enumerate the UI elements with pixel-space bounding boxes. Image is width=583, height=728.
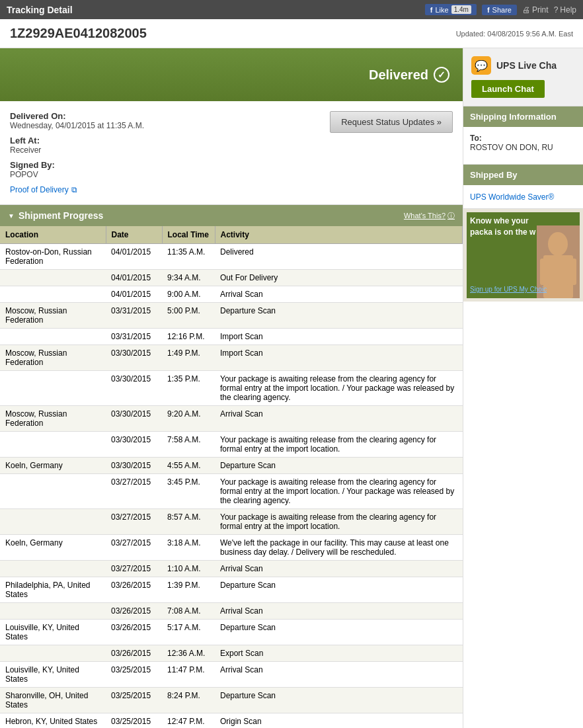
left-at-label: Left At: [10,136,330,145]
cell-date: 03/30/2015 [106,458,162,474]
cell-location: Moscow, Russian Federation [0,303,106,329]
svg-rect-3 [540,259,550,285]
shipped-by-section-header: Shipped By [463,165,583,185]
cell-time: 8:24 P.M. [162,688,215,713]
whats-this-link[interactable]: What's This? ⓘ [404,211,455,221]
chat-section: 💬 UPS Live Cha Launch Chat [463,48,583,106]
col-header-time: Local Time [162,226,215,244]
cell-location [0,432,106,458]
cell-location: Moscow, Russian Federation [0,345,106,371]
header-bar: Tracking Detail f Like 1.4m f Share 🖨 Pr… [0,0,583,19]
table-row: Philadelphia, PA, United States03/26/201… [0,577,463,603]
cell-date: 03/31/2015 [106,329,162,345]
delivered-banner: Delivered ✓ [0,48,463,101]
help-link[interactable]: ? Help [554,5,576,15]
request-status-button[interactable]: Request Status Updates » [330,111,453,133]
cell-time: 8:57 A.M. [162,509,215,535]
cell-location [0,371,106,406]
table-row: Moscow, Russian Federation03/30/20151:49… [0,345,463,371]
table-row: Koeln, Germany03/30/20154:55 A.M.Departu… [0,458,463,474]
cell-date: 03/26/2015 [106,577,162,603]
cell-date: 03/27/2015 [106,561,162,577]
cell-date: 03/31/2015 [106,303,162,329]
tracking-id: 1Z2929AE0412082005 [10,26,147,41]
table-row: Rostov-on-Don, Russian Federation04/01/2… [0,244,463,270]
svg-point-1 [548,232,568,256]
cell-activity: Your package is awaiting release from th… [215,371,463,406]
cell-date: 03/27/2015 [106,509,162,535]
cell-date: 03/30/2015 [106,432,162,458]
chat-header: 💬 UPS Live Cha [471,56,557,75]
cell-activity: Import Scan [215,329,463,345]
cell-location: Philadelphia, PA, United States [0,577,106,603]
right-sidebar: 💬 UPS Live Cha Launch Chat Shipping Info… [463,48,583,728]
check-circle-icon: ✓ [434,67,449,83]
table-row: 04/01/20159:34 A.M.Out For Delivery [0,270,463,286]
cell-activity: Arrival Scan [215,406,463,432]
cell-time: 12:47 P.M. [162,713,215,729]
table-row: 04/01/20159:00 A.M.Arrival Scan [0,286,463,303]
ad-sign-up-link[interactable]: Sign up for UPS My Choic [470,286,547,293]
table-row: Koeln, Germany03/27/20153:18 A.M.We've l… [0,535,463,561]
fb-icon: f [430,6,433,14]
request-status-container: Request Status Updates » [330,111,453,133]
cell-time: 9:34 A.M. [162,270,215,286]
table-row: 03/31/201512:16 P.M.Import Scan [0,329,463,345]
cell-location: Koeln, Germany [0,458,106,474]
cell-location [0,603,106,620]
cell-date: 03/25/2015 [106,713,162,729]
triangle-down-icon: ▼ [8,212,15,220]
to-label: To: [470,134,576,143]
cell-date: 03/30/2015 [106,371,162,406]
ad-link-container: Sign up for UPS My Choic [470,285,547,293]
cell-activity: Departure Scan [215,303,463,329]
page-title: Tracking Detail [7,5,73,15]
fb-like-button[interactable]: f Like 1.4m [425,4,477,15]
svg-rect-4 [566,259,576,285]
left-at-value: Receiver [10,145,330,155]
updated-text: Updated: 04/08/2015 9:56 A.M. East [456,30,573,38]
fb-icon2: f [487,6,490,14]
cell-activity: Out For Delivery [215,270,463,286]
left-content: Delivered ✓ Delivered On: Wednesday, 04/… [0,48,463,728]
print-link[interactable]: 🖨 Print [522,5,549,15]
shipped-by-body: UPS Worldwide Saver® [463,185,583,209]
fb-share-button[interactable]: f Share [482,5,517,15]
cell-activity: Import Scan [215,345,463,371]
cell-activity: Departure Scan [215,620,463,645]
cell-activity: Arrival Scan [215,603,463,620]
cell-time: 7:58 A.M. [162,432,215,458]
cell-date: 03/25/2015 [106,662,162,688]
cell-activity: Arrival Scan [215,286,463,303]
cell-activity: Arrival Scan [215,561,463,577]
table-row: 03/30/20157:58 A.M.Your package is await… [0,432,463,458]
table-row: 03/26/20157:08 A.M.Arrival Scan [0,603,463,620]
launch-chat-button[interactable]: Launch Chat [471,80,545,98]
cell-activity: Departure Scan [215,577,463,603]
cell-location [0,509,106,535]
table-row: 03/27/20153:45 P.M.Your package is await… [0,474,463,509]
cell-date: 04/01/2015 [106,270,162,286]
cell-location: Louisville, KY, United States [0,662,106,688]
cell-time: 4:55 A.M. [162,458,215,474]
proof-of-delivery-link[interactable]: Proof of Delivery ⧉ [10,185,77,194]
ups-worldwide-link[interactable]: UPS Worldwide Saver® [470,192,554,202]
cell-date: 03/27/2015 [106,535,162,561]
cell-time: 11:47 P.M. [162,662,215,688]
cell-activity: Export Scan [215,645,463,662]
cell-location [0,474,106,509]
cell-time: 12:36 A.M. [162,645,215,662]
cell-location: Rostov-on-Don, Russian Federation [0,244,106,270]
cell-time: 12:16 P.M. [162,329,215,345]
col-header-activity: Activity [215,226,463,244]
cell-date: 03/26/2015 [106,603,162,620]
cell-date: 03/30/2015 [106,406,162,432]
col-header-date: Date [106,226,162,244]
cell-location [0,286,106,303]
cell-time: 11:35 A.M. [162,244,215,270]
to-value: ROSTOV ON DON, RU [470,143,576,152]
cell-activity: Your package is awaiting release from th… [215,432,463,458]
table-row: 03/30/20151:35 P.M.Your package is await… [0,371,463,406]
delivered-status: Delivered ✓ [369,67,449,83]
main-layout: Delivered ✓ Delivered On: Wednesday, 04/… [0,48,583,728]
